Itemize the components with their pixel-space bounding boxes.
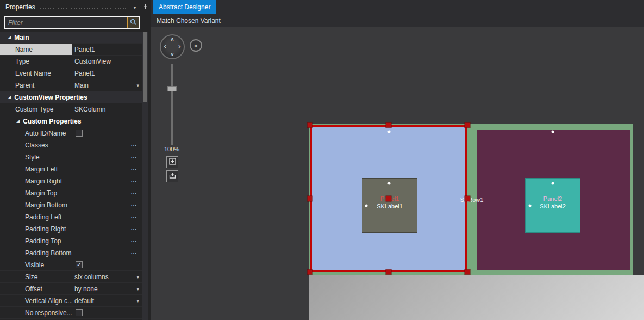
property-label-cell[interactable]: No responsive... (0, 307, 72, 318)
property-value-cell[interactable] (72, 307, 142, 318)
ellipsis-button[interactable]: … (130, 176, 137, 183)
properties-scrollbar[interactable] (142, 32, 148, 320)
expander-icon[interactable]: ◢ (8, 35, 11, 40)
ellipsis-button[interactable]: … (130, 188, 137, 195)
page-background-strip (309, 275, 644, 320)
pin-icon[interactable] (141, 3, 149, 11)
zoom-slider-thumb[interactable] (167, 86, 177, 91)
filter-search-button[interactable] (127, 17, 139, 28)
sklabel1-top-anchor-dot[interactable] (388, 182, 391, 185)
property-value-cell[interactable]: SKColumn (72, 103, 142, 115)
panel-drag-texture[interactable] (40, 6, 126, 10)
chevron-down-icon[interactable]: ▾ (136, 298, 139, 304)
ellipsis-button[interactable]: … (130, 236, 137, 243)
ellipsis-button[interactable]: … (130, 212, 137, 219)
property-value-cell[interactable] (72, 127, 142, 139)
zoom-slider-track[interactable] (171, 64, 173, 145)
property-label-cell[interactable]: Type (0, 56, 72, 67)
zoom-fit-button[interactable] (166, 156, 178, 168)
checkbox-checked[interactable]: ✓ (76, 261, 83, 268)
ellipsis-button[interactable]: … (130, 248, 137, 255)
selection-handle-mid-left[interactable] (308, 196, 312, 201)
property-value-cell[interactable]: default▾ (72, 295, 142, 306)
property-label-cell[interactable]: Padding Top (0, 235, 72, 247)
property-value-cell[interactable]: … (72, 139, 142, 151)
property-value-cell[interactable]: … (72, 175, 142, 187)
property-label-cell[interactable]: Custom Type (0, 103, 72, 115)
property-value-cell[interactable]: six columns▾ (72, 271, 142, 282)
property-value-cell[interactable]: … (72, 235, 142, 247)
chevron-down-icon[interactable]: ▾ (136, 83, 139, 88)
pan-right-icon[interactable]: › (178, 42, 181, 50)
expander-icon[interactable]: ◢ (8, 95, 11, 100)
property-label-cell[interactable]: Padding Bottom (0, 247, 72, 259)
pan-up-icon[interactable]: ∧ (170, 36, 174, 42)
property-label-cell[interactable]: Visible (0, 259, 72, 270)
panel1-anchor-dot[interactable] (388, 131, 391, 133)
properties-scrollbar-thumb[interactable] (143, 32, 147, 102)
chevron-down-icon[interactable]: ▾ (130, 4, 139, 10)
chevron-down-icon[interactable]: ▾ (136, 274, 139, 280)
property-value-cell[interactable]: … (72, 199, 142, 211)
ellipsis-button[interactable]: … (130, 224, 137, 231)
property-value-cell[interactable]: … (72, 211, 142, 223)
property-label-cell[interactable]: Margin Left (0, 163, 72, 175)
property-label-cell[interactable]: Padding Right (0, 223, 72, 235)
selection-handle-center[interactable] (386, 196, 391, 201)
property-label-cell[interactable]: Margin Bottom (0, 199, 72, 211)
tab-abstract-designer[interactable]: Abstract Designer (153, 0, 216, 14)
ellipsis-button[interactable]: … (130, 152, 137, 159)
ellipsis-button[interactable]: … (130, 164, 137, 171)
property-value-cell[interactable]: Main▾ (72, 79, 142, 91)
checkbox-unchecked[interactable] (76, 309, 83, 316)
property-label-cell[interactable]: Event Name (0, 67, 72, 79)
property-label-cell[interactable]: Size (0, 271, 72, 282)
property-label-cell[interactable]: Margin Top (0, 187, 72, 199)
property-label-cell[interactable]: Padding Left (0, 211, 72, 223)
property-label-cell[interactable]: Parent (0, 79, 72, 91)
property-label-cell[interactable]: Vertical Align c... (0, 295, 72, 306)
sklabel2-left-anchor-dot[interactable] (529, 205, 532, 207)
property-value: six columns (74, 273, 109, 281)
property-value-cell[interactable]: … (72, 247, 142, 259)
pan-navigation-pad[interactable]: ∧ ∨ ‹ › (160, 34, 185, 59)
selection-handle-mid-right[interactable] (465, 196, 470, 201)
selection-handle-top-center[interactable] (386, 123, 391, 128)
property-value-cell[interactable]: … (72, 151, 142, 163)
property-label-cell[interactable]: Style (0, 151, 72, 163)
property-label: Margin Bottom (25, 201, 67, 209)
pan-left-icon[interactable]: ‹ (164, 42, 167, 50)
property-label-cell[interactable]: Margin Right (0, 175, 72, 187)
chevron-down-icon[interactable]: ▾ (136, 286, 139, 292)
selection-handle-bottom-left[interactable] (308, 270, 312, 275)
expander-icon[interactable]: ◢ (16, 119, 20, 124)
filter-input[interactable] (5, 17, 127, 28)
checkbox-unchecked[interactable] (76, 130, 83, 137)
pan-down-icon[interactable]: ∨ (170, 52, 174, 57)
property-label-cell[interactable]: Auto ID/Name (0, 127, 72, 139)
property-value-cell[interactable]: … (72, 187, 142, 199)
selection-handle-bottom-center[interactable] (386, 270, 391, 275)
property-label-cell[interactable]: Classes (0, 139, 72, 151)
designer-canvas[interactable]: ∧ ∨ ‹ › « 100% (151, 27, 644, 320)
property-value-cell[interactable]: Panel1 (72, 67, 142, 79)
zoom-selection-button[interactable] (166, 170, 178, 182)
property-label-cell[interactable]: Name (0, 44, 72, 55)
selection-handle-top-right[interactable] (465, 123, 470, 128)
ellipsis-button[interactable]: … (130, 140, 137, 147)
property-value-cell[interactable]: … (72, 223, 142, 235)
panel2-anchor-dot[interactable] (552, 131, 554, 133)
sklabel2-top-anchor-dot[interactable] (552, 182, 554, 185)
property-value-cell[interactable]: … (72, 163, 142, 175)
property-value-cell[interactable]: CustomView (72, 56, 142, 67)
property-label-cell[interactable]: Offset (0, 283, 72, 294)
selection-handle-top-left[interactable] (308, 123, 312, 128)
property-value-cell[interactable]: by none▾ (72, 283, 142, 294)
sklabel1-left-anchor-dot[interactable] (365, 205, 368, 207)
property-value-cell[interactable]: Panel1 (72, 44, 142, 55)
ellipsis-button[interactable]: … (130, 200, 137, 207)
property-value-cell[interactable]: ✓ (72, 259, 142, 270)
property-label: Classes (25, 141, 48, 149)
collapse-toolbar-button[interactable]: « (190, 39, 202, 52)
selection-handle-bottom-right[interactable] (465, 270, 470, 275)
